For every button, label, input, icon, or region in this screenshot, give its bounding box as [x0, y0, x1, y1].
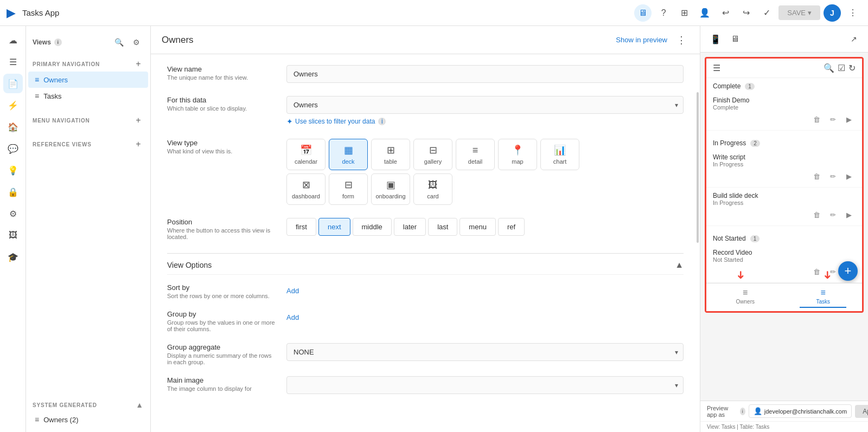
check-icon-btn[interactable]: ✓ [758, 4, 775, 22]
fab-add-button[interactable]: + [838, 261, 858, 281]
sidebar-icon-list[interactable]: ☰ [3, 52, 23, 72]
view-type-dashboard[interactable]: ⊠ dashboard [286, 173, 326, 205]
view-type-table[interactable]: ⊞ table [371, 139, 410, 170]
build-slide-delete-btn[interactable]: 🗑 [810, 208, 823, 221]
open-preview-btn[interactable]: ↗ [846, 31, 861, 47]
position-first[interactable]: first [286, 218, 316, 236]
finish-demo-edit-btn[interactable]: ✏ [826, 113, 839, 126]
apply-button[interactable]: Apply [855, 405, 868, 418]
monitor-icon-btn[interactable]: 🖥 [634, 4, 652, 22]
save-button[interactable]: SAVE ▾ [778, 5, 820, 20]
position-control: first next middle later last menu ref [286, 218, 684, 236]
divider-1 [167, 253, 684, 254]
group-aggregate-select[interactable]: NONE [286, 343, 684, 361]
view-type-gallery[interactable]: ⊟ gallery [413, 139, 452, 170]
view-type-detail[interactable]: ≡ detail [456, 139, 495, 170]
sort-by-control: Add [286, 283, 684, 298]
preview-nav-bar: ➜ ➜ ≡ Owners ≡ Tasks [706, 283, 862, 311]
preview-menu-icon[interactable]: ☰ [713, 63, 720, 73]
sidebar-icon-lightning[interactable]: ⚡ [3, 95, 23, 115]
view-options-toggle[interactable]: ▲ [675, 260, 684, 270]
nav-item-owners[interactable]: ≡ Owners [28, 72, 148, 88]
write-script-edit-btn[interactable]: ✏ [826, 170, 839, 183]
undo-icon-btn[interactable]: ↩ [717, 4, 734, 22]
sidebar-icon-home[interactable]: 🏠 [3, 117, 23, 137]
dashboard-icon: ⊠ [302, 179, 310, 191]
search-nav-btn[interactable]: 🔍 [111, 35, 126, 50]
sort-by-add-button[interactable]: Add [286, 283, 299, 298]
position-last[interactable]: last [428, 218, 457, 236]
build-slide-nav-btn[interactable]: ▶ [843, 208, 856, 221]
menu-nav-label: MENU NAVIGATION + [26, 111, 150, 128]
finish-demo-nav-btn[interactable]: ▶ [843, 113, 856, 126]
sidebar-icon-cloud[interactable]: ☁ [3, 30, 23, 50]
nav-item-owners-2[interactable]: ≡ Owners (2) [28, 411, 148, 428]
finish-demo-delete-btn[interactable]: 🗑 [810, 113, 823, 126]
sidebar-icon-page[interactable]: 📄 [3, 74, 23, 93]
preview-email-display: 👤 jdeveloper@christianchalk.com [749, 404, 852, 418]
view-type-form[interactable]: ⊟ form [329, 173, 368, 205]
position-middle[interactable]: middle [353, 218, 392, 236]
position-next[interactable]: next [318, 218, 350, 236]
content-more-button[interactable]: ⋮ [674, 33, 689, 48]
slices-info-icon: i [378, 118, 386, 125]
for-data-select[interactable]: Owners [286, 96, 684, 114]
user-avatar[interactable]: J [824, 4, 841, 22]
diamond-icon: ✦ [286, 117, 293, 126]
sidebar-icon-lock[interactable]: 🔒 [3, 182, 23, 202]
position-ref[interactable]: ref [498, 218, 525, 236]
desktop-device-btn[interactable]: 🖥 [726, 30, 744, 48]
more-menu-icon[interactable]: ⋮ [844, 4, 861, 22]
main-image-control: ▾ [286, 376, 684, 394]
preview-as-label: Preview app as [707, 405, 736, 418]
primary-nav-label: PRIMARY NAVIGATION + [26, 54, 150, 72]
view-type-deck[interactable]: ▦ deck [329, 139, 368, 170]
preview-refresh-icon[interactable]: ↻ [848, 63, 856, 73]
main-image-select-wrapper: ▾ [286, 376, 684, 394]
sidebar-icon-settings[interactable]: ⚙ [3, 204, 23, 223]
view-type-grid: 📅 calendar ▦ deck ⊞ table ⊟ [286, 139, 684, 170]
position-later[interactable]: later [394, 218, 426, 236]
card-icon: 🖼 [428, 179, 438, 191]
build-slide-edit-btn[interactable]: ✏ [826, 208, 839, 221]
detail-icon: ≡ [473, 145, 478, 156]
use-slices-link[interactable]: ✦ Use slices to filter your data i [286, 117, 684, 126]
sidebar-icon-graduation[interactable]: 🎓 [3, 247, 23, 267]
nav-item-tasks[interactable]: ≡ Tasks [28, 88, 148, 104]
preview-nav-tasks[interactable]: ≡ Tasks [784, 288, 863, 308]
settings-nav-btn[interactable]: ⚙ [129, 35, 144, 50]
table-icon: ⊞ [387, 144, 395, 156]
app-logo: ▶ [7, 6, 16, 20]
add-primary-nav[interactable]: + [133, 59, 144, 69]
write-script-delete-btn[interactable]: 🗑 [810, 170, 823, 183]
show-in-preview-button[interactable]: Show in preview [616, 36, 667, 44]
add-reference-nav[interactable]: + [133, 139, 144, 150]
app-title: Tasks App [22, 8, 59, 17]
write-script-nav-btn[interactable]: ▶ [843, 170, 856, 183]
group-by-add-button[interactable]: Add [286, 310, 299, 325]
preview-check-icon[interactable]: ☑ [838, 63, 845, 73]
view-type-chart[interactable]: 📊 chart [540, 139, 579, 170]
main-image-select[interactable] [286, 376, 684, 394]
chart-icon: 📊 [554, 144, 566, 156]
add-menu-nav[interactable]: + [133, 115, 144, 126]
help-icon-btn[interactable]: ? [655, 4, 672, 22]
view-type-grid-row2: ⊠ dashboard ⊟ form ▣ onboarding 🖼 [286, 173, 684, 205]
view-type-calendar[interactable]: 📅 calendar [286, 139, 326, 170]
sidebar-icon-chat[interactable]: 💬 [3, 139, 23, 158]
view-name-input[interactable] [286, 65, 684, 83]
person-add-icon-btn[interactable]: 👤 [696, 4, 713, 22]
grid-icon-btn[interactable]: ⊞ [675, 4, 693, 22]
view-type-card[interactable]: 🖼 card [413, 173, 452, 205]
preview-search-icon[interactable]: 🔍 [824, 63, 834, 73]
sidebar-icon-bulb[interactable]: 💡 [3, 160, 23, 180]
preview-nav-owners[interactable]: ≡ Owners [706, 288, 784, 308]
mobile-device-btn[interactable]: 📱 [707, 30, 724, 48]
sidebar-icon-image[interactable]: 🖼 [3, 225, 23, 245]
view-type-map[interactable]: 📍 map [498, 139, 537, 170]
redo-icon-btn[interactable]: ↪ [737, 4, 755, 22]
system-collapse-icon[interactable]: ▲ [136, 401, 144, 409]
position-menu[interactable]: menu [459, 218, 496, 236]
view-type-onboarding[interactable]: ▣ onboarding [371, 173, 410, 205]
group-aggregate-sublabel: Display a numeric summary of the rows in… [167, 352, 276, 365]
